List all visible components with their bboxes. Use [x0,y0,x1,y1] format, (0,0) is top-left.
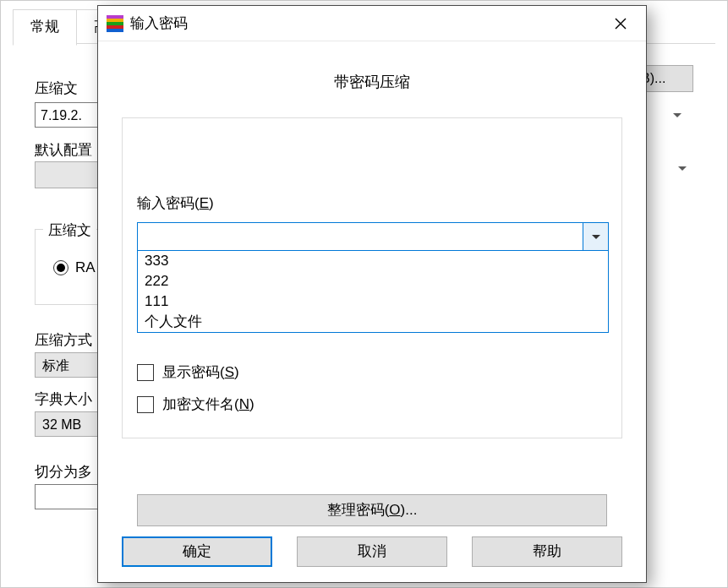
show-password-checkbox[interactable]: 显示密码(S) [137,362,239,382]
profile-label: 默认配置 [35,140,92,160]
password-combobox[interactable] [137,222,609,251]
checkbox-icon [137,396,154,413]
profile-dropdown-icon[interactable] [678,166,687,171]
dialog-title: 输入密码 [130,14,599,33]
password-option[interactable]: 个人文件 [138,312,608,332]
encrypt-filenames-checkbox[interactable]: 加密文件名(N) [137,395,255,414]
compression-method-label: 压缩方式 [35,330,92,350]
radio-dot-icon [53,260,68,275]
split-label: 切分为多 [35,462,92,482]
format-radio-label: RA [75,259,96,276]
checkbox-icon [137,364,154,381]
password-dropdown-button[interactable] [583,223,608,250]
format-group-legend: 压缩文 [43,220,96,240]
format-radio-rar[interactable]: RA [53,259,96,276]
password-dropdown-list[interactable]: 333 222 111 个人文件 [137,251,609,333]
dialog-heading: 带密码压缩 [98,72,646,92]
dialog-titlebar: 输入密码 [98,6,646,41]
password-input[interactable] [138,223,583,250]
winrar-icon [107,15,123,32]
dialog-body: 带密码压缩 输入密码(E) 333 222 111 个人文件 显示密码(S) [98,41,646,582]
encrypt-filenames-label: 加密文件名(N) [162,395,255,414]
help-button[interactable]: 帮助 [472,536,622,567]
password-option[interactable]: 111 [138,291,608,312]
filename-label: 压缩文 [35,79,78,98]
filename-dropdown-icon[interactable] [668,106,687,124]
tab-general[interactable]: 常规 [13,9,77,46]
password-label: 输入密码(E) [137,193,214,213]
organize-passwords-button[interactable]: 整理密码(O)... [137,494,607,526]
dialog-button-row: 确定 取消 帮助 [98,536,646,567]
close-icon [615,18,627,30]
show-password-label: 显示密码(S) [162,362,239,382]
chevron-down-icon [592,235,600,239]
dictionary-size-label: 字典大小 [35,389,92,409]
close-button[interactable] [599,8,643,39]
ok-button[interactable]: 确定 [122,536,272,567]
password-option[interactable]: 222 [138,271,608,291]
password-option[interactable]: 333 [138,251,608,271]
password-dialog: 输入密码 带密码压缩 输入密码(E) 333 222 111 个人文件 [97,5,647,583]
cancel-button[interactable]: 取消 [297,536,447,567]
